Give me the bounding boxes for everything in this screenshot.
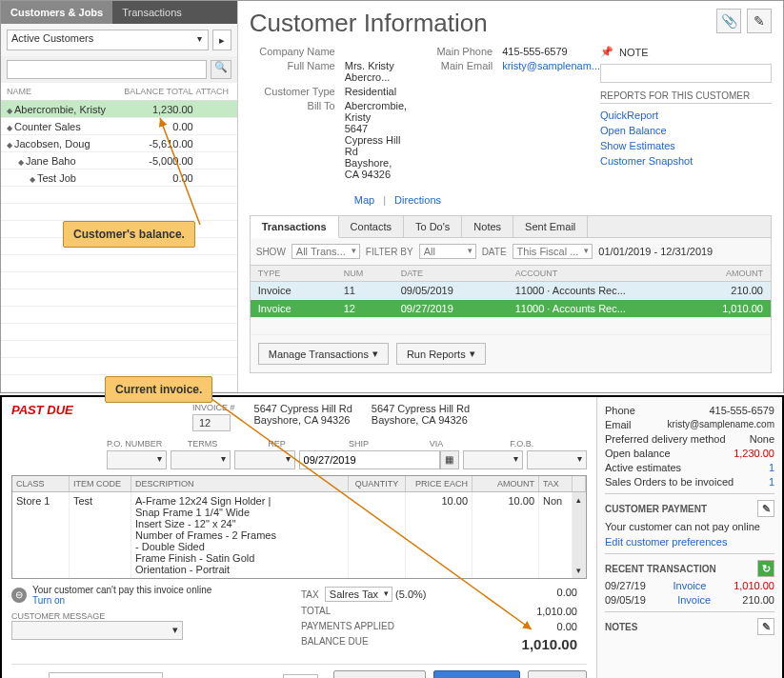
pay-online-text: Your customer can't pay this invoice onl…: [32, 585, 211, 595]
edit-payment-button[interactable]: ✎: [757, 500, 774, 517]
save-new-button[interactable]: Save & New: [433, 670, 520, 678]
pay-online-icon: ⊖: [11, 588, 27, 603]
po-number-field[interactable]: [107, 450, 167, 469]
tax-item-select[interactable]: Salres Tax: [325, 587, 392, 602]
calendar-icon[interactable]: ▦: [440, 450, 459, 469]
transactions-table-header: TYPE NUM DATE ACCOUNT AMOUNT: [251, 266, 771, 282]
subtab-notes[interactable]: Notes: [462, 216, 513, 237]
main-email-link[interactable]: kristy@samplenam...: [502, 60, 600, 71]
customer-message-select[interactable]: [11, 621, 183, 640]
pencil-icon: ✎: [754, 13, 765, 29]
past-due-stamp: PAST DUE: [11, 403, 73, 417]
tab-transactions-sidebar[interactable]: Transactions: [112, 1, 191, 24]
paperclip-icon: 📎: [721, 13, 737, 29]
subtab-sentemail[interactable]: Sent Email: [513, 216, 588, 237]
edit-notes-button[interactable]: ✎: [757, 618, 774, 635]
save-close-button[interactable]: Save & Close: [333, 670, 426, 678]
subtab-transactions[interactable]: Transactions: [251, 216, 339, 238]
customer-row[interactable]: ◆Jane Baho-5,000.00: [1, 152, 237, 170]
customer-search-button[interactable]: 🔍: [211, 60, 231, 79]
pin-icon: 📌: [600, 46, 613, 58]
customer-search-input[interactable]: [7, 60, 207, 79]
report-link[interactable]: QuickReport: [600, 110, 772, 121]
subtab-todos[interactable]: To Do's: [404, 216, 462, 237]
rep-select[interactable]: [234, 450, 294, 469]
turn-on-link[interactable]: Turn on: [32, 595, 211, 606]
invoice-number-field[interactable]: 12: [192, 414, 231, 431]
customer-filter-select[interactable]: Active Customers: [7, 30, 209, 50]
customer-row[interactable]: ◆Abercrombie, Kristy1,230.00: [1, 101, 237, 118]
report-link[interactable]: Customer Snapshot: [600, 155, 772, 167]
sales-orders-link[interactable]: 1: [769, 476, 774, 488]
transaction-row[interactable]: Invoice1209/27/201911000 · Accounts Rec.…: [251, 300, 771, 318]
note-input[interactable]: [600, 64, 772, 83]
recent-refresh-button[interactable]: ↻: [757, 560, 774, 577]
via-select[interactable]: [463, 450, 523, 469]
report-link[interactable]: Open Balance: [600, 125, 772, 136]
customers-sidebar: Customers & Jobs Transactions Active Cus…: [1, 1, 238, 392]
customer-tax-code-select[interactable]: Tax: [283, 674, 318, 678]
reports-header: REPORTS FOR THIS CUSTOMER: [600, 90, 772, 104]
customer-table-header: NAME BALANCE TOTAL ATTACH: [1, 83, 237, 101]
revert-button[interactable]: Revert: [528, 670, 587, 678]
report-link[interactable]: Show Estimates: [600, 140, 772, 151]
line-scrollbar[interactable]: ▴▾: [573, 492, 586, 578]
page-title: Customer Information: [250, 9, 488, 38]
balance-due-value: 1,010.00: [522, 636, 577, 652]
memo-input[interactable]: [49, 672, 163, 678]
map-link[interactable]: Map: [354, 194, 374, 206]
terms-select[interactable]: [171, 450, 231, 469]
edit-button[interactable]: ✎: [747, 9, 772, 33]
customer-info-panel: Customer Information 📎 ✎ Company Name Fu…: [238, 1, 783, 392]
recent-transaction-row[interactable]: 09/27/19Invoice1,010.00: [605, 580, 774, 591]
tab-customers-jobs[interactable]: Customers & Jobs: [1, 1, 112, 24]
customer-row[interactable]: ◆Test Job0.00: [1, 170, 237, 187]
sidebar-expand-arrow[interactable]: ▸: [212, 30, 231, 50]
ship-date-field[interactable]: [299, 450, 440, 469]
note-label: NOTE: [619, 47, 649, 58]
run-reports-button[interactable]: Run Reports ▾: [396, 343, 486, 365]
date-range-display: 01/01/2019 - 12/31/2019: [598, 246, 713, 257]
recent-transaction-row[interactable]: 09/05/19Invoice210.00: [605, 594, 774, 606]
filter-by-select[interactable]: All: [419, 244, 476, 259]
manage-transactions-button[interactable]: Manage Transactions ▾: [258, 343, 389, 365]
show-filter-select[interactable]: All Trans...: [291, 244, 360, 259]
line-item-row[interactable]: Store 1 Test A-Frame 12x24 Sign Holder |…: [12, 492, 586, 578]
fob-field[interactable]: [527, 450, 587, 469]
transaction-row[interactable]: Invoice1109/05/201911000 · Accounts Rec.…: [251, 282, 771, 300]
callout-invoice: Current invoice.: [105, 376, 212, 403]
active-estimates-link[interactable]: 1: [769, 462, 774, 473]
invoice-summary-sidebar: Phone415-555-6579 Emailkristy@samplename…: [596, 397, 782, 678]
line-items-header: CLASS ITEM CODE DESCRIPTION QUANTITY PRI…: [12, 476, 586, 492]
callout-balance: Customer's balance.: [63, 221, 195, 248]
edit-customer-prefs-link[interactable]: Edit customer preferences: [605, 536, 774, 548]
customer-row[interactable]: ◆Jacobsen, Doug-5,610.00: [1, 135, 237, 152]
date-filter-select[interactable]: This Fiscal ...: [513, 244, 593, 259]
search-icon: 🔍: [214, 61, 228, 72]
attach-button[interactable]: 📎: [716, 9, 741, 33]
subtab-contacts[interactable]: Contacts: [339, 216, 404, 237]
directions-link[interactable]: Directions: [394, 194, 441, 206]
customer-row[interactable]: ◆Counter Sales0.00: [1, 118, 237, 135]
